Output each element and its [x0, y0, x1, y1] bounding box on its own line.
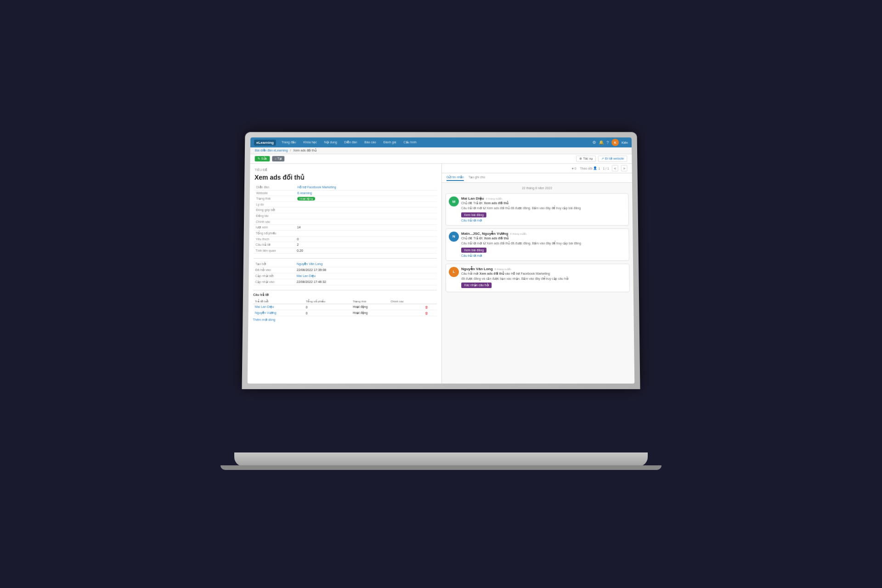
notification-icon[interactable]: 🔔 [599, 140, 604, 145]
feed-subject-link-1[interactable]: Xem ads đối thủ [484, 202, 508, 205]
answer-delete-2[interactable]: 🗑 [423, 310, 436, 316]
confirm-question-btn-3[interactable]: Xác nhận câu hỏi [461, 283, 492, 288]
post-title: Xem ads đối thủ [254, 174, 437, 181]
nav-item-noidung[interactable]: Nội dung [322, 140, 339, 145]
breadcrumb: Bài diễn đàn eLearning / Xem ads đối thủ [250, 147, 632, 154]
user-avatar[interactable]: K [611, 139, 619, 146]
updated-by-value[interactable]: Mai Lan Diệu [297, 274, 316, 277]
breadcrumb-current: Xem ads đối thủ [293, 149, 317, 152]
contributor-value [295, 207, 437, 213]
updated-at-row: Cập nhật vào 22/08/2022 17:46:32 [253, 279, 437, 285]
help-icon[interactable]: ? [606, 140, 609, 145]
likes-stat: ♥ 0 [571, 167, 576, 170]
answer-author-2[interactable]: Nguyễn Vương [255, 311, 277, 314]
answer-row-1: Mai Lan Diệu 0 Hoạt động 🗑 [253, 304, 437, 310]
nav-items: Trang đầu Khóa học Nội dung Diễn đàn Báo… [280, 140, 589, 145]
feed-time-2: 8 tháng trước [510, 232, 526, 235]
total-votes-label: Tổng số phiếu [254, 231, 295, 237]
main-content: Tiêu đề Xem ads đối thủ Diễn đàn Hỗ trợ … [248, 164, 635, 384]
follow-label[interactable]: Theo dõi [580, 167, 592, 170]
feed-reply-2[interactable]: Câu trả lời mới [461, 254, 482, 257]
answers-row: Câu trả lời 2 [254, 242, 437, 248]
feed-time-3: 8 tháng trước [495, 267, 511, 271]
app-ui: eLearning Trang đầu Khóa học Nội dung Di… [248, 137, 635, 384]
answer-status-1: Hoạt động [351, 304, 389, 310]
answer-author-1[interactable]: Mai Lan Diệu [255, 305, 274, 308]
nav-right: ⚙ 🔔 ? K Kiên [592, 139, 628, 146]
tab-create-note[interactable]: Tạo ghi chú [469, 175, 486, 181]
goto-website-button[interactable]: ↗ Đi tới website [598, 156, 627, 162]
feed-author-1: Mai Lan Diệu [461, 197, 484, 201]
task-button[interactable]: ⊕ Tác vụ [576, 156, 596, 162]
view-post-btn-2[interactable]: Xem bài đăng [461, 248, 486, 253]
total-votes-value [295, 231, 437, 237]
forum-value[interactable]: Hỗ trợ Facebook Marketing [297, 186, 336, 189]
left-panel: Tiêu đề Xem ads đối thủ Diễn đàn Hỗ trợ … [248, 164, 442, 384]
likes-value: 0 [295, 237, 437, 242]
answer-votes-2: 0 [304, 310, 351, 316]
right-panel: ♥ 0 Theo dõi 👤 1 1 / 1 < [442, 164, 634, 384]
edit-button[interactable]: ✎ Sửa [255, 156, 270, 162]
updated-by-label: Cập nhật bởi [253, 273, 294, 279]
nav-item-trangdau[interactable]: Trang đầu [280, 140, 298, 145]
nav-item-danhgia[interactable]: Đánh giá [382, 140, 398, 145]
view-post-btn-1[interactable]: Xem bài đăng [461, 212, 486, 217]
toolbar-right: ⊕ Tác vụ ↗ Đi tới website [576, 156, 627, 162]
feed-avatar-3: L [449, 267, 459, 277]
post-details-table: Diễn đàn Hỗ trợ Facebook Marketing Websi… [254, 185, 437, 254]
divider-1 [254, 258, 437, 259]
accuracy-value [295, 219, 437, 225]
follow-stat: Theo dõi 👤 1 [580, 166, 600, 170]
updated-at-value: 22/08/2022 17:46:32 [294, 279, 437, 285]
settings-icon[interactable]: ⚙ [592, 140, 596, 145]
created-by-row: Tạo bởi Nguyễn Văn Long [254, 261, 437, 267]
feed-item-1: M Mai Lan Diệu 8 tháng trước Chủ đề: Trả… [446, 193, 629, 226]
feed-author-3: Nguyễn Văn Long [461, 267, 493, 271]
feed-reply-1[interactable]: Câu trả lời mới [461, 219, 482, 222]
forum-label: Diễn đàn [254, 185, 296, 190]
likes-row: Yêu thích 0 [254, 237, 437, 242]
feed-body-2: Câu trả lời mới từ Xem ads đối thủ đã đư… [461, 241, 626, 246]
created-by-value[interactable]: Nguyễn Văn Long [297, 262, 322, 266]
laptop-wrapper: eLearning Trang đầu Khóa học Nội dung Di… [188, 122, 694, 466]
feed-subject-link-2[interactable]: Xem ads đối thủ [484, 237, 509, 240]
pagination-prev[interactable]: < [612, 165, 618, 171]
nav-item-baocao[interactable]: Báo cáo [362, 140, 378, 145]
breadcrumb-link-1[interactable]: Bài diễn đàn eLearning [255, 149, 288, 152]
website-value[interactable]: E-learning [297, 192, 312, 195]
nav-item-diendan[interactable]: Diễn đàn [342, 140, 359, 145]
feed-subject-1: Chủ đề: Trả lời: Xem ads đối thủ [461, 202, 626, 205]
feed-avatar-1: M [449, 197, 459, 207]
nav-item-khoahoc[interactable]: Khóa học [301, 140, 319, 145]
nav-item-cauhinh[interactable]: Cấu hình [401, 140, 418, 145]
answers-count-label: Câu trả lời [254, 242, 295, 248]
section-title: Tiêu đề [254, 168, 437, 172]
col-actions [423, 299, 437, 304]
nav-brand[interactable]: eLearning [254, 140, 276, 146]
pagination-next[interactable]: > [621, 165, 628, 171]
feed-subject-link-3[interactable]: Xem ads đối thủ [480, 272, 504, 275]
col-author: Trả lời bởi [253, 299, 304, 304]
partner-value [295, 213, 437, 219]
state-row: Trạng thái Hoạt động [254, 196, 437, 202]
answers-section-title: Câu trả lời [253, 293, 437, 297]
feed-header-1: Mai Lan Diệu 8 tháng trước [461, 197, 626, 201]
add-new-answer-link[interactable]: Thêm mới dòng [253, 318, 437, 322]
answer-delete-1[interactable]: 🗑 [423, 304, 436, 310]
goto-website-arrow: ↗ [601, 157, 604, 160]
state-badge: Hoạt động [297, 197, 315, 201]
answer-status-2: Hoạt động [351, 310, 389, 316]
stats-bar: ♥ 0 Theo dõi 👤 1 [571, 166, 600, 170]
website-row: Website E-learning [254, 190, 437, 196]
feed-item-2: N Matn...JSC, Nguyễn Vương 8 tháng trước… [446, 228, 629, 261]
feed-header-2: Matn...JSC, Nguyễn Vương 8 tháng trước [461, 232, 626, 236]
website-label: Website [254, 190, 296, 196]
divider-2 [253, 290, 437, 290]
home-button[interactable]: ⌂ Tại [272, 156, 285, 162]
tab-send-message[interactable]: Gửi tin nhắn [447, 175, 464, 181]
feed-body-1: Câu trả lời mới từ Xem ads đối thủ đã đư… [461, 206, 626, 210]
asked-on-row: Đã hỏi vào 22/08/2022 17:39:08 [254, 267, 437, 273]
answers-table: Trả lời bởi Tổng số phiếu Trạng thái Chí… [253, 299, 437, 316]
forum-row: Diễn đàn Hỗ trợ Facebook Marketing [254, 185, 437, 190]
updated-at-label: Cập nhật vào [253, 279, 294, 285]
